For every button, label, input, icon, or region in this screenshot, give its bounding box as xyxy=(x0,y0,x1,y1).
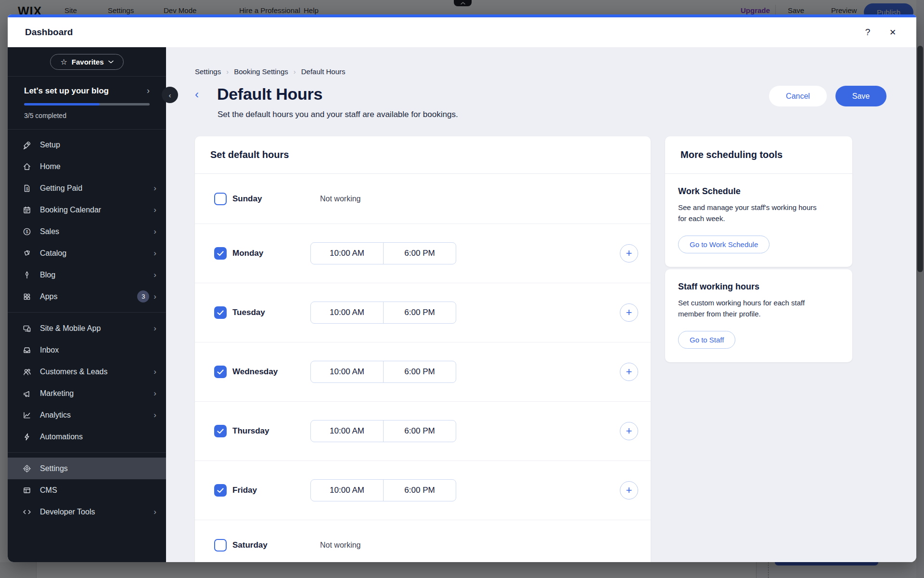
staff-hours-description: Set custom working hours for each staff … xyxy=(678,298,822,319)
marketing-icon xyxy=(22,389,32,398)
end-time-input[interactable]: 6:00 PM xyxy=(383,302,456,324)
hours-card-header: Set default hours xyxy=(195,136,651,174)
collapse-sidebar-button[interactable]: ‹ xyxy=(162,87,178,103)
default-hours-card: Set default hours Sunday Not working Mon… xyxy=(195,136,651,562)
sidebar-item-analytics[interactable]: Analytics › xyxy=(8,404,166,426)
day-time-range: 10:00 AM 6:00 PM xyxy=(310,361,456,383)
work-schedule-section: Work Schedule See and manage your staff'… xyxy=(665,174,852,267)
site-mobile-icon xyxy=(22,324,32,333)
sidebar-item-catalog[interactable]: Catalog › xyxy=(8,242,166,264)
analytics-icon xyxy=(22,410,32,420)
chevron-right-icon: › xyxy=(294,67,296,76)
apps-count-badge: 3 xyxy=(137,290,149,302)
add-hours-button[interactable]: + xyxy=(620,481,638,499)
save-button[interactable]: Save xyxy=(835,86,886,106)
gear-icon xyxy=(22,464,32,473)
sidebar-item-booking-calendar[interactable]: Booking Calendar › xyxy=(8,199,166,221)
close-icon[interactable]: ✕ xyxy=(885,24,901,40)
setup-progress-bar xyxy=(24,103,150,105)
chevron-right-icon: › xyxy=(154,507,156,517)
sidebar-item-site-mobile-app[interactable]: Site & Mobile App › xyxy=(8,317,166,339)
day-time-range: 10:00 AM 6:00 PM xyxy=(310,302,456,324)
scheduling-tools-panel: More scheduling tools Work Schedule See … xyxy=(665,136,852,562)
start-time-input[interactable]: 10:00 AM xyxy=(310,242,384,264)
sidebar-item-sales[interactable]: $ Sales › xyxy=(8,221,166,242)
day-status: Not working xyxy=(310,195,360,203)
page: WIX Site Settings Dev Mode Hire a Profes… xyxy=(0,0,924,578)
breadcrumb-settings[interactable]: Settings xyxy=(195,67,221,76)
chevron-right-icon: › xyxy=(154,205,156,215)
day-checkbox[interactable] xyxy=(214,193,227,205)
day-rows: Sunday Not working Monday 10:00 AM 6:00 … xyxy=(195,174,651,562)
end-time-input[interactable]: 6:00 PM xyxy=(383,242,456,264)
sidebar-item-getting-paid[interactable]: $ Getting Paid › xyxy=(8,177,166,199)
sidebar-item-settings[interactable]: Settings xyxy=(8,458,166,479)
day-checkbox[interactable] xyxy=(214,366,227,378)
favorites-label: Favorites xyxy=(72,58,104,66)
back-icon[interactable]: ‹ xyxy=(195,89,205,100)
day-checkbox[interactable] xyxy=(214,306,227,319)
sidebar-item-developer-tools[interactable]: Developer Tools › xyxy=(8,501,166,523)
end-time-input[interactable]: 6:00 PM xyxy=(383,479,456,501)
svg-text:$: $ xyxy=(26,186,28,191)
chevron-right-icon: › xyxy=(147,86,150,96)
day-time-range: 10:00 AM 6:00 PM xyxy=(310,420,456,442)
breadcrumb-current: Default Hours xyxy=(301,67,346,76)
sidebar-divider xyxy=(8,452,166,453)
chevron-right-icon: › xyxy=(226,67,229,76)
blog-icon xyxy=(22,270,32,280)
add-hours-button[interactable]: + xyxy=(620,303,638,322)
catalog-icon xyxy=(22,249,32,258)
start-time-input[interactable]: 10:00 AM xyxy=(310,420,384,442)
end-time-input[interactable]: 6:00 PM xyxy=(383,420,456,442)
day-checkbox[interactable] xyxy=(214,539,227,552)
end-time-input[interactable]: 6:00 PM xyxy=(383,361,456,383)
day-label: Wednesday xyxy=(232,367,310,377)
day-row-monday: Monday 10:00 AM 6:00 PM + xyxy=(195,224,651,283)
breadcrumb-booking-settings[interactable]: Booking Settings xyxy=(234,67,288,76)
day-status: Not working xyxy=(310,541,360,550)
sidebar-item-apps[interactable]: Apps 3 › xyxy=(8,286,166,307)
hours-card-title: Set default hours xyxy=(210,149,289,160)
add-hours-button[interactable]: + xyxy=(620,244,638,263)
chevron-right-icon: › xyxy=(154,389,156,398)
chevron-right-icon: › xyxy=(154,292,156,302)
day-label: Thursday xyxy=(232,426,310,436)
start-time-input[interactable]: 10:00 AM xyxy=(310,479,384,501)
day-checkbox[interactable] xyxy=(214,484,227,497)
calendar-icon xyxy=(22,205,32,215)
day-row-tuesday: Tuesday 10:00 AM 6:00 PM + xyxy=(195,283,651,342)
start-time-input[interactable]: 10:00 AM xyxy=(310,302,384,324)
sidebar-item-customers-leads[interactable]: Customers & Leads › xyxy=(8,361,166,382)
sidebar-item-cms[interactable]: CMS xyxy=(8,479,166,501)
sidebar-item-blog[interactable]: Blog › xyxy=(8,264,166,286)
add-hours-button[interactable]: + xyxy=(620,422,638,440)
chevron-right-icon: › xyxy=(154,367,156,377)
chevron-down-icon xyxy=(108,60,114,64)
sidebar-item-marketing[interactable]: Marketing › xyxy=(8,382,166,404)
check-icon xyxy=(217,251,224,256)
cms-icon xyxy=(22,486,32,495)
add-hours-button[interactable]: + xyxy=(620,363,638,381)
modal-title: Dashboard xyxy=(25,27,73,38)
sidebar-item-home[interactable]: Home xyxy=(8,156,166,177)
go-to-staff-button[interactable]: Go to Staff xyxy=(678,331,735,349)
favorites-button[interactable]: ☆ Favorites xyxy=(50,54,123,70)
sidebar-item-setup[interactable]: Setup xyxy=(8,134,166,156)
sidebar-item-inbox[interactable]: Inbox xyxy=(8,339,166,361)
dashboard-modal: Dashboard ? ✕ ☆ Favorites xyxy=(8,14,916,562)
tools-card-header: More scheduling tools xyxy=(665,136,852,174)
day-label: Monday xyxy=(232,249,310,258)
sidebar-item-automations[interactable]: Automations xyxy=(8,426,166,447)
start-time-input[interactable]: 10:00 AM xyxy=(310,361,384,383)
home-icon xyxy=(22,162,32,171)
go-to-work-schedule-button[interactable]: Go to Work Schedule xyxy=(678,236,770,253)
day-time-range: 10:00 AM 6:00 PM xyxy=(310,242,456,264)
setup-progress-card[interactable]: Let's set up your blog › 3/5 completed xyxy=(8,77,166,130)
sidebar-nav: Setup Home $ Getting Paid › Booking Cale… xyxy=(8,130,166,523)
help-icon[interactable]: ? xyxy=(860,24,876,40)
day-checkbox[interactable] xyxy=(214,247,227,260)
scheduling-tools-card: More scheduling tools Work Schedule See … xyxy=(665,136,852,267)
day-checkbox[interactable] xyxy=(214,425,227,437)
cancel-button[interactable]: Cancel xyxy=(769,86,827,106)
